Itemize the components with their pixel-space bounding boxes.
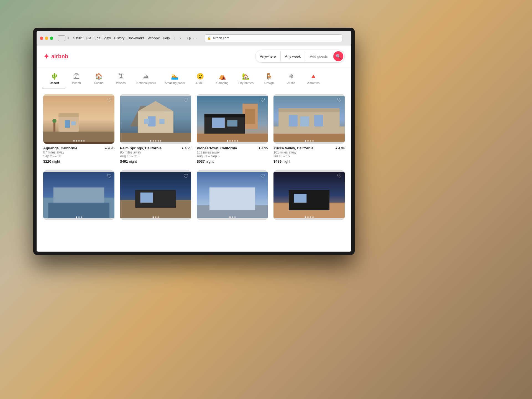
safari-menu-item-window[interactable]: Window [148,36,160,40]
category-beach[interactable]: ⛱ Beach [65,71,88,88]
listing-dots [229,216,236,218]
star-icon: ★ [181,146,184,150]
search-add-guests[interactable]: Add guests [305,52,332,61]
minimize-button[interactable] [45,37,48,40]
search-anywhere[interactable]: Anywhere [255,52,281,61]
listings-grid: ♡ Aguanga, California [37,88,351,226]
svg-rect-29 [314,115,323,128]
safari-menu-item-history[interactable]: History [114,36,124,40]
safari-menu-item-safari[interactable]: Safari [73,36,82,40]
address-bar[interactable]: 🔒 airbnb.com [204,34,343,42]
wishlist-button[interactable]: ♡ [107,97,112,103]
listing-card[interactable]: ♡ Pioneertown, California [197,94,268,165]
dot [83,140,85,142]
listing-card[interactable]: ♡ Palm Springs, California [120,94,191,165]
safari-menu-item-view[interactable]: View [104,36,111,40]
svg-rect-20 [204,114,245,117]
category-cabins[interactable]: 🏠 Cabins [88,71,110,88]
close-button[interactable] [40,37,43,40]
omg-icon: 😮 [196,73,204,80]
listing-card[interactable]: ♡ [43,170,114,220]
category-national-parks[interactable]: ⛰ National parks [132,71,160,88]
svg-rect-3 [65,120,70,128]
listing-photo [273,94,345,144]
listing-image: ♡ [120,94,191,144]
category-arctic-label: Arctic [287,81,295,85]
cabins-icon: 🏠 [95,73,103,80]
listing-photo [120,94,191,144]
category-national-parks-label: National parks [136,81,156,85]
listing-title-row: Pioneertown, California ★ 4.95 [197,146,268,150]
listing-image: ♡ [273,94,345,144]
listing-card[interactable]: ♡ [273,170,345,220]
listing-dots [150,140,161,142]
category-nav: 🌵 Desert ⛱ Beach 🏠 Cabins 🏝 Islands ⛰ [37,67,351,88]
wishlist-button[interactable]: ♡ [183,173,188,180]
dot [234,140,236,142]
beach-icon: ⛱ [73,73,80,80]
listing-photo [120,170,191,220]
category-tiny-homes[interactable]: 🏡 Tiny homes [233,71,258,88]
svg-rect-21 [212,117,225,128]
safari-menu-item-bookmarks[interactable]: Bookmarks [128,36,144,40]
wishlist-button[interactable]: ♡ [337,173,342,180]
listing-rating: ★ 4.96 [104,146,114,150]
listing-rating: ★ 4.94 [335,146,345,150]
back-button[interactable]: ‹ [172,35,177,41]
dot [310,140,311,142]
forward-button[interactable]: › [178,35,183,41]
category-a-frames[interactable]: 🔺 A-frames [302,71,324,88]
listing-title-row: Yucca Valley, California ★ 4.94 [273,146,345,150]
dot [234,216,236,218]
airbnb-logo[interactable]: ✦ airbnb [43,52,68,61]
listing-card[interactable]: ♡ [197,170,268,220]
listing-image: ♡ [43,170,114,220]
maximize-button[interactable] [50,37,53,40]
listing-image: ♡ [273,170,345,220]
wishlist-button[interactable]: ♡ [260,97,265,103]
category-islands[interactable]: 🏝 Islands [110,71,132,88]
dot [81,216,82,218]
wishlist-button[interactable]: ♡ [107,173,112,180]
category-desert[interactable]: 🌵 Desert [43,71,65,88]
listing-card[interactable]: ♡ [120,170,191,220]
dot [155,140,156,142]
listing-dates: Jul 10 – 15 [273,154,345,158]
category-arctic[interactable]: ❄ Arctic [280,71,302,88]
listing-card[interactable]: ♡ Yucca Valley, California ★ [273,94,345,165]
safari-menu-item-edit[interactable]: Edit [94,36,100,40]
listing-photo [197,94,268,144]
category-omg-label: OMG! [196,81,204,85]
star-icon: ★ [104,146,108,150]
star-icon: ★ [258,146,261,150]
listing-image: ♡ [197,170,268,220]
nav-buttons: ‹ › [172,35,183,41]
category-design[interactable]: 🪑 Design [258,71,280,88]
dot [307,216,309,218]
safari-menu-item-help[interactable]: Help [163,36,170,40]
listing-dots [227,140,238,142]
search-button[interactable]: 🔍 [333,51,343,61]
category-camping[interactable]: ⛺ Camping [211,71,233,88]
dot [157,140,159,142]
search-any-week[interactable]: Any week [281,52,305,61]
listing-info: Pioneertown, California ★ 4.95 101 miles… [197,144,268,165]
dot [229,216,231,218]
wishlist-button[interactable]: ♡ [337,97,342,103]
listing-rating: ★ 4.95 [258,146,268,150]
dot [307,140,309,142]
category-omg[interactable]: 😮 OMG! [189,71,211,88]
listing-card[interactable]: ♡ Aguanga, California [43,94,114,165]
listing-dates: Aug 31 – Sep 5 [197,154,268,158]
price-suffix: night [52,159,60,163]
sidebar-toggle[interactable] [58,35,65,41]
category-amazing-pools[interactable]: 🏊 Amazing pools [160,71,189,88]
listing-distance: 95 miles away [120,150,191,154]
wishlist-button[interactable]: ♡ [260,173,265,180]
tiny-homes-icon: 🏡 [242,73,249,80]
svg-rect-18 [245,109,255,124]
category-beach-label: Beach [72,81,81,85]
wishlist-button[interactable]: ♡ [183,97,188,103]
safari-menu-item-file[interactable]: File [86,36,91,40]
svg-rect-6 [53,123,55,132]
